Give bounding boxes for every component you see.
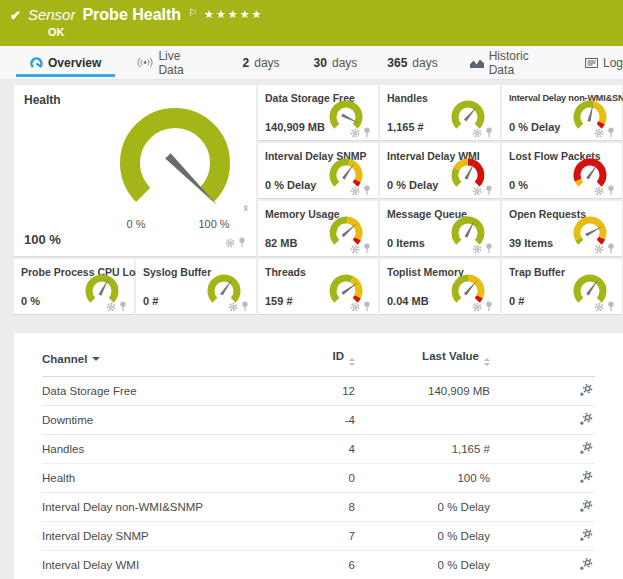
channel-last-value: 0 % Delay (355, 551, 490, 579)
gear-icon[interactable] (350, 302, 360, 312)
channel-settings-icon[interactable] (579, 442, 593, 455)
channel-settings-icon[interactable] (579, 500, 593, 513)
tile-actions (350, 127, 371, 138)
gauge-max-label: 100 % (190, 218, 238, 230)
tile-actions (472, 185, 493, 196)
pin-icon[interactable] (485, 127, 493, 138)
tile-value: 82 MB (265, 237, 297, 249)
status-check-icon: ✔ (10, 8, 21, 23)
column-header-id[interactable]: ID (310, 345, 355, 377)
gear-icon[interactable] (350, 186, 360, 196)
tile-value: 0 % (509, 179, 528, 191)
channel-last-value: 0 % Delay (355, 522, 490, 551)
tile-actions (350, 185, 371, 196)
gear-icon[interactable] (594, 244, 604, 254)
gauge-tile: Interval Delay WMI0 % Delay (380, 143, 500, 199)
tile-value: 140,909 MB (265, 121, 325, 133)
tab-label: days (254, 56, 279, 70)
gear-icon[interactable] (472, 186, 482, 196)
tile-value: 159 # (265, 295, 293, 307)
column-label: Last Value (422, 350, 479, 362)
tab-label: Historic Data (489, 49, 547, 77)
tab-overview[interactable]: Overview (30, 46, 101, 79)
pin-icon[interactable] (607, 243, 615, 254)
pin-icon[interactable] (607, 127, 615, 138)
gear-icon[interactable] (106, 302, 116, 312)
channel-settings-icon[interactable] (579, 413, 593, 426)
column-header-channel[interactable]: Channel (42, 345, 310, 377)
object-kind-label: Sensor (28, 6, 76, 23)
tab-30-days[interactable]: 30days (314, 46, 358, 79)
gear-icon[interactable] (594, 128, 604, 138)
tile-actions (350, 243, 371, 254)
mean-indicator: x̄ (244, 203, 249, 213)
tile-actions (472, 243, 493, 254)
channel-name: Data Storage Free (42, 377, 310, 406)
channel-id: 8 (310, 493, 355, 522)
gear-icon[interactable] (594, 186, 604, 196)
channel-id: 6 (310, 551, 355, 579)
gear-icon[interactable] (350, 128, 360, 138)
channel-settings-icon[interactable] (579, 558, 593, 571)
tab-label: Live Data (158, 49, 200, 77)
tab-365-days[interactable]: 365days (387, 46, 437, 79)
tab-2-days[interactable]: 2days (243, 46, 280, 79)
gear-icon[interactable] (225, 238, 235, 248)
channel-settings-icon[interactable] (579, 529, 593, 542)
gauge-icon (30, 57, 43, 69)
tab-log[interactable]: Log (585, 46, 623, 79)
log-icon (585, 58, 598, 68)
channel-settings-icon[interactable] (579, 384, 593, 397)
tile-actions (594, 127, 615, 138)
channel-last-value (355, 406, 490, 435)
sensor-title: Probe Health (82, 6, 181, 24)
pin-icon[interactable] (238, 237, 246, 248)
gauge-tile: Lost Flow Packets0 % (502, 143, 622, 199)
tab-historic-data[interactable]: Historic Data (470, 46, 547, 79)
pin-icon[interactable] (363, 185, 371, 196)
pin-icon[interactable] (363, 301, 371, 312)
pin-icon[interactable] (363, 243, 371, 254)
column-header-last-value[interactable]: Last Value (355, 345, 490, 377)
flag-icon[interactable]: ⚐ (188, 7, 197, 18)
pin-icon[interactable] (485, 301, 493, 312)
pin-icon[interactable] (119, 301, 127, 312)
channel-name: Interval Delay SNMP (42, 522, 310, 551)
gauge-tile: Memory Usage82 MB (258, 201, 378, 257)
channel-row: Interval Delay SNMP70 % Delay (42, 522, 595, 551)
sensor-status-text: OK (48, 26, 623, 38)
gauge-tile: Threads159 # (258, 259, 378, 315)
sort-desc-icon (92, 357, 100, 365)
tab-number: 365 (387, 56, 407, 70)
tile-value: 0 % Delay (387, 179, 438, 191)
tile-actions (225, 237, 246, 248)
gauge-tile: Message Queue0 Items (380, 201, 500, 257)
channel-name: Interval Delay non-WMI&SNMP (42, 493, 310, 522)
gear-icon[interactable] (472, 302, 482, 312)
pin-icon[interactable] (241, 301, 249, 312)
pin-icon[interactable] (363, 127, 371, 138)
tab-live-data[interactable]: Live Data (137, 46, 200, 79)
channel-row: Interval Delay WMI60 % Delay (42, 551, 595, 579)
channel-id: 4 (310, 435, 355, 464)
pin-icon[interactable] (485, 185, 493, 196)
tile-value: 0 % Delay (509, 121, 560, 133)
gear-icon[interactable] (228, 302, 238, 312)
broadcast-icon (137, 57, 153, 68)
channel-settings-icon[interactable] (579, 471, 593, 484)
priority-stars[interactable]: ★★★★★ (204, 8, 263, 21)
pin-icon[interactable] (607, 301, 615, 312)
channel-row: Health0100 % (42, 464, 595, 493)
pin-icon[interactable] (607, 185, 615, 196)
gear-icon[interactable] (594, 302, 604, 312)
gear-icon[interactable] (472, 128, 482, 138)
channel-name: Downtime (42, 406, 310, 435)
gauge-tile: Open Requests39 Items (502, 201, 622, 257)
pin-icon[interactable] (485, 243, 493, 254)
gauge-tile: Handles1,165 # (380, 85, 500, 141)
gear-icon[interactable] (350, 244, 360, 254)
gear-icon[interactable] (472, 244, 482, 254)
tile-actions (106, 301, 127, 312)
tile-actions (594, 185, 615, 196)
gauge-tile: Data Storage Free140,909 MB (258, 85, 378, 141)
